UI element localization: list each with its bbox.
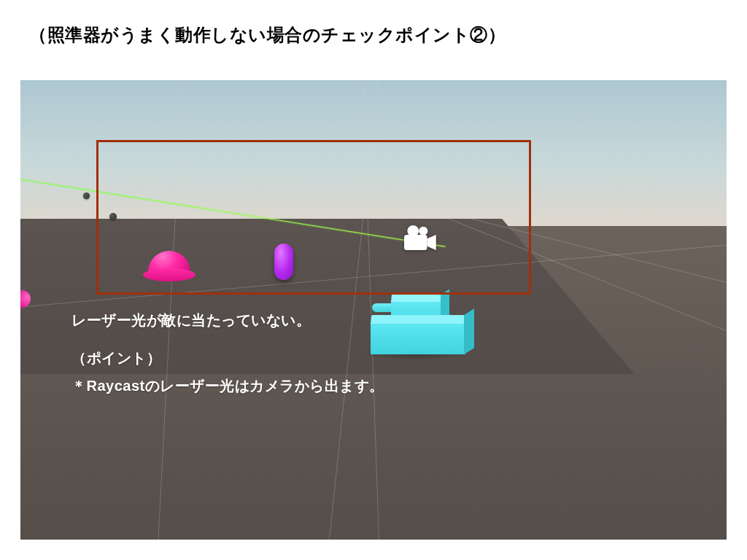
gizmo-sphere	[109, 213, 117, 220]
sky-background	[20, 80, 727, 226]
enemy-capsule	[274, 244, 293, 280]
unity-scene-viewport[interactable]: レーザー光が敵に当たっていない。 （ポイント） ＊Raycastのレーザー光はカ…	[20, 80, 727, 540]
player-tank	[371, 293, 474, 354]
page-title: （照準器がうまく動作しない場合のチェックポイント②）	[29, 23, 506, 47]
svg-rect-2	[404, 235, 427, 250]
enemy-dome	[143, 246, 196, 281]
gizmo-sphere	[83, 192, 90, 199]
svg-point-1	[419, 227, 427, 236]
annotation-text: レーザー光が敵に当たっていない。 （ポイント） ＊Raycastのレーザー光はカ…	[71, 306, 384, 400]
annotation-line1: レーザー光が敵に当たっていない。	[71, 306, 384, 334]
annotation-line2: （ポイント）	[71, 344, 384, 372]
camera-icon	[398, 225, 441, 255]
annotation-line3: ＊Raycastのレーザー光はカメラから出ます。	[71, 372, 384, 400]
